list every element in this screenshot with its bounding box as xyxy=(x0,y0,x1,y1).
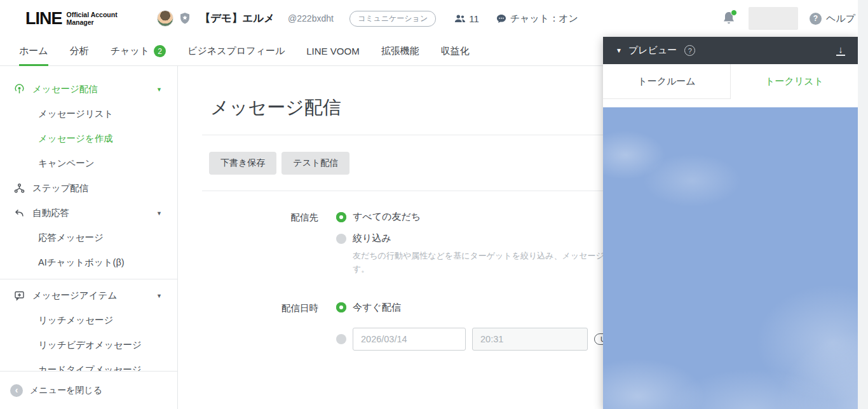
reply-arrow-icon xyxy=(14,208,25,218)
help-icon: ? xyxy=(810,13,822,25)
tab-home[interactable]: ホーム xyxy=(19,37,48,66)
collapse-menu-button[interactable]: ‹ メニューを閉じる xyxy=(0,371,177,409)
notifications-bell-icon[interactable] xyxy=(722,11,736,26)
schedule-option-datetime: UTC+9:00 xyxy=(336,328,639,351)
sidebar-item-step-delivery[interactable]: ステップ配信 xyxy=(0,176,177,201)
friends-icon xyxy=(454,15,466,23)
broadcast-icon xyxy=(14,84,25,95)
sidebar-item-response-message[interactable]: 応答メッセージ xyxy=(0,225,177,250)
account-avatar[interactable] xyxy=(157,10,173,27)
header-right-group: ? ヘルプ xyxy=(722,7,855,30)
sidebar-item-message-list[interactable]: メッセージリスト xyxy=(0,102,177,126)
preview-body xyxy=(603,99,858,409)
preview-sky-background-image xyxy=(603,107,858,409)
chat-bubble-icon xyxy=(496,14,506,23)
preview-tab-talk-list[interactable]: トークリスト xyxy=(731,64,858,99)
verified-shield-icon xyxy=(179,12,191,25)
chat-unread-badge: 2 xyxy=(154,45,166,57)
chat-status: チャット：オン xyxy=(496,13,578,25)
sidebar-item-auto-response[interactable]: 自動応答 ▼ xyxy=(0,201,177,225)
logo-brand-text: LINE xyxy=(25,9,62,29)
sidebar-item-message-items[interactable]: メッセージアイテム ▼ xyxy=(0,283,177,308)
preview-help-icon[interactable]: ? xyxy=(684,45,695,56)
preview-title: プレビュー xyxy=(628,44,677,57)
test-send-button[interactable]: テスト配信 xyxy=(281,152,349,175)
tab-business-profile[interactable]: ビジネスプロフィール xyxy=(187,37,285,66)
chevron-down-icon[interactable]: ▼ xyxy=(156,86,162,93)
chevron-down-icon[interactable]: ▼ xyxy=(156,210,162,217)
download-preview-icon[interactable]: ↓ xyxy=(836,45,845,56)
account-summary: 【デモ】エルメ @222bxdht コミュニケーション 11 チャット：オン xyxy=(157,10,578,27)
notification-dot xyxy=(731,10,737,16)
preview-tabs: トークルーム トークリスト xyxy=(603,64,858,99)
step-flow-icon xyxy=(14,183,25,194)
radio-selected-icon[interactable] xyxy=(336,212,346,222)
preview-tab-talk-room[interactable]: トークルーム xyxy=(603,64,731,99)
radio-unselected-icon[interactable] xyxy=(336,334,346,344)
page-scrollbar[interactable] xyxy=(858,0,868,409)
sidebar-item-create-message[interactable]: メッセージを作成 xyxy=(0,126,177,151)
sidebar: メッセージ配信 ▼ メッセージリスト メッセージを作成 キャンペーン ステップ配… xyxy=(0,66,178,409)
account-id: @222bxdht xyxy=(288,13,334,23)
plan-badge: コミュニケーション xyxy=(349,11,436,27)
radio-unselected-icon[interactable] xyxy=(336,234,346,244)
chevron-down-icon[interactable]: ▼ xyxy=(156,293,162,299)
app-header: LINE Official Account Manager 【デモ】エルメ @2… xyxy=(0,0,868,37)
sidebar-divider xyxy=(0,279,177,279)
message-item-icon xyxy=(14,290,25,301)
friends-count: 11 xyxy=(454,13,479,24)
tab-chat[interactable]: チャット 2 xyxy=(111,37,166,66)
schedule-time-input[interactable] xyxy=(472,328,588,351)
tab-extensions[interactable]: 拡張機能 xyxy=(381,37,419,66)
sidebar-item-rich-message[interactable]: リッチメッセージ xyxy=(0,308,177,333)
preview-header: ▼ プレビュー ? ↓ xyxy=(603,37,858,64)
help-label: ヘルプ xyxy=(826,13,855,25)
sidebar-item-rich-video-message[interactable]: リッチビデオメッセージ xyxy=(0,333,177,358)
preview-panel: ▼ プレビュー ? ↓ トークルーム トークリスト xyxy=(603,37,858,409)
tab-analytics[interactable]: 分析 xyxy=(70,37,89,66)
sidebar-item-message-broadcast[interactable]: メッセージ配信 ▼ xyxy=(0,77,177,102)
account-menu-box[interactable] xyxy=(749,7,798,30)
schedule-label: 配信日時 xyxy=(179,302,318,351)
tab-line-voom[interactable]: LINE VOOM xyxy=(306,37,359,66)
save-draft-button[interactable]: 下書き保存 xyxy=(209,152,276,175)
sidebar-item-campaign[interactable]: キャンペーン xyxy=(0,151,177,176)
schedule-option-send-now[interactable]: 今すぐ配信 xyxy=(336,302,639,314)
collapse-caret-icon[interactable]: ▼ xyxy=(616,47,622,54)
line-oam-logo[interactable]: LINE Official Account Manager xyxy=(25,9,118,29)
chevron-left-icon: ‹ xyxy=(10,384,23,397)
account-name: 【デモ】エルメ xyxy=(200,11,275,25)
schedule-date-input[interactable] xyxy=(353,328,466,351)
help-link[interactable]: ? ヘルプ xyxy=(810,13,855,25)
radio-selected-icon[interactable] xyxy=(336,302,346,312)
logo-sub-text: Official Account Manager xyxy=(67,11,118,26)
tab-monetization[interactable]: 収益化 xyxy=(441,37,470,66)
sidebar-item-ai-chatbot[interactable]: AIチャットボット(β) xyxy=(0,250,177,275)
recipient-label: 配信先 xyxy=(179,211,318,276)
